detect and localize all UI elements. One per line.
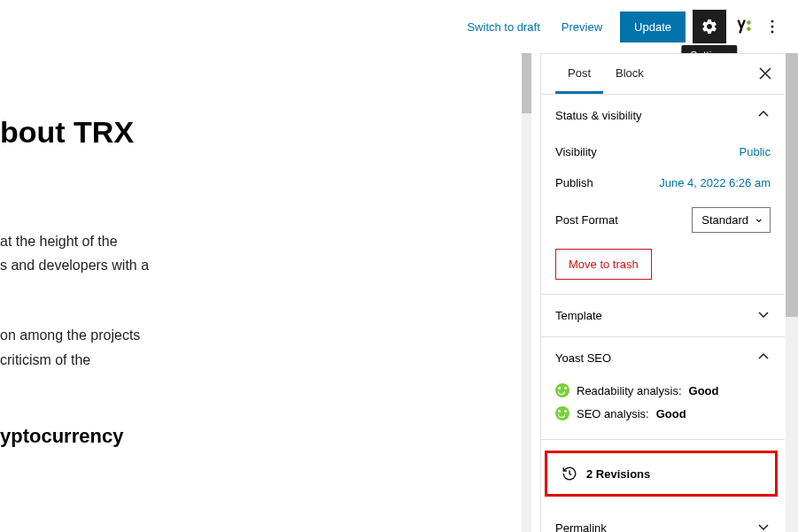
close-sidebar-button[interactable] <box>755 63 776 84</box>
post-paragraph[interactable]: on among the projects criticism of the <box>0 323 514 371</box>
scrollbar-thumb[interactable] <box>786 53 798 317</box>
smiley-good-icon <box>555 406 569 420</box>
chevron-down-icon <box>756 307 771 324</box>
history-icon <box>562 466 577 482</box>
visibility-label: Visibility <box>555 145 597 158</box>
seo-analysis-row[interactable]: SEO analysis: Good <box>555 402 771 425</box>
post-title[interactable]: bout TRX <box>0 115 514 150</box>
permalink-panel: Permalink <box>541 507 785 532</box>
editor-content-area[interactable]: bout TRX at the height of the s and deve… <box>0 53 531 532</box>
post-format-label: Post Format <box>555 213 618 227</box>
post-format-row: Post Format Standard <box>555 198 771 242</box>
svg-point-4 <box>771 31 774 34</box>
template-panel: Template <box>541 295 785 337</box>
post-paragraph[interactable]: at the height of the s and developers wi… <box>0 229 514 277</box>
switch-to-draft-link[interactable]: Switch to draft <box>456 12 550 42</box>
svg-point-2 <box>771 20 774 23</box>
yoast-seo-toggle[interactable]: Yoast SEO <box>541 337 785 379</box>
preview-link[interactable]: Preview <box>551 12 613 42</box>
yoast-seo-body: Readability analysis: Good SEO analysis:… <box>541 379 785 439</box>
text-line: at the height of the <box>0 234 118 249</box>
publish-value[interactable]: June 4, 2022 6:26 am <box>659 176 771 189</box>
update-button[interactable]: Update <box>620 12 686 42</box>
panel-title: Permalink <box>555 521 607 532</box>
editor-toolbar: Switch to draft Preview Update Settings <box>456 0 798 53</box>
settings-button[interactable]: Settings <box>693 10 726 43</box>
publish-label: Publish <box>555 176 593 189</box>
more-options-button[interactable] <box>760 10 785 43</box>
text-line: on among the projects <box>0 328 140 343</box>
publish-row: Publish June 4, 2022 6:26 am <box>555 167 771 198</box>
chevron-down-icon <box>756 520 771 532</box>
tab-post[interactable]: Post <box>555 54 603 94</box>
readability-value: Good <box>689 384 719 397</box>
smiley-good-icon <box>555 383 569 397</box>
post-format-select[interactable]: Standard <box>692 207 771 233</box>
tab-block[interactable]: Block <box>603 54 656 94</box>
dots-vertical-icon <box>771 19 774 34</box>
post-subheading[interactable]: yptocurrency <box>0 425 514 448</box>
sidebar-scrollbar[interactable] <box>786 53 798 532</box>
seo-analysis-value: Good <box>656 407 686 420</box>
visibility-value[interactable]: Public <box>740 145 771 158</box>
svg-point-3 <box>771 26 774 28</box>
readability-row[interactable]: Readability analysis: Good <box>555 379 771 402</box>
move-to-trash-button[interactable]: Move to trash <box>555 249 652 280</box>
chevron-up-icon <box>756 350 771 366</box>
text-line: criticism of the <box>0 352 90 367</box>
svg-point-1 <box>747 27 751 31</box>
text-line: s and developers with a <box>0 258 149 273</box>
svg-point-0 <box>747 20 751 25</box>
status-visibility-panel: Status & visibility Visibility Public Pu… <box>541 95 785 295</box>
chevron-up-icon <box>756 107 771 124</box>
yoast-button[interactable] <box>726 10 760 43</box>
panel-title: Yoast SEO <box>555 351 611 365</box>
status-visibility-toggle[interactable]: Status & visibility <box>541 95 785 136</box>
status-visibility-body: Visibility Public Publish June 4, 2022 6… <box>541 136 785 294</box>
revisions-count: 2 <box>586 467 593 481</box>
revisions-text: 2 Revisions <box>586 467 650 481</box>
revisions-label: Revisions <box>596 467 650 481</box>
close-icon <box>759 67 771 80</box>
scrollbar-thumb[interactable] <box>522 53 531 113</box>
panel-title: Status & visibility <box>555 109 642 122</box>
sidebar-tabs: Post Block <box>541 54 785 95</box>
panel-title: Template <box>555 309 602 322</box>
seo-analysis-label: SEO analysis: <box>577 407 649 420</box>
readability-label: Readability analysis: <box>577 384 682 397</box>
post-settings-sidebar: Post Block Status & visibility Visibilit… <box>540 53 785 532</box>
visibility-row: Visibility Public <box>555 136 771 167</box>
gear-icon <box>701 18 718 35</box>
permalink-toggle[interactable]: Permalink <box>541 507 785 532</box>
revisions-button[interactable]: 2 Revisions <box>545 451 778 497</box>
editor-scrollbar[interactable] <box>522 53 531 532</box>
yoast-icon <box>733 17 753 36</box>
template-toggle[interactable]: Template <box>541 295 785 336</box>
yoast-seo-panel: Yoast SEO Readability analysis: Good SEO… <box>541 337 785 440</box>
